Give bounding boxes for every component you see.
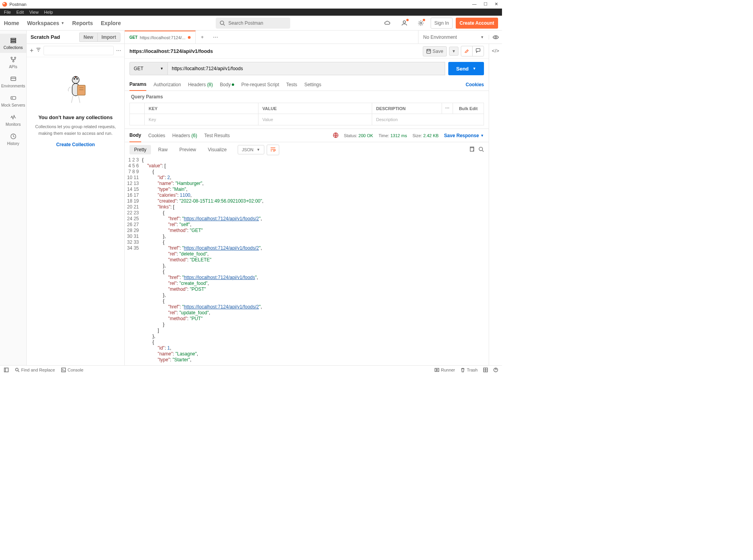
nav-workspaces[interactable]: Workspaces▼ (23, 20, 68, 26)
create-account-button[interactable]: Create Account (456, 18, 498, 29)
svg-point-35 (16, 368, 18, 371)
table-options-icon[interactable]: ⋯ (442, 103, 453, 114)
param-desc-input[interactable]: Description (372, 114, 484, 125)
svg-rect-12 (11, 96, 16, 99)
empty-illustration-icon (58, 73, 93, 108)
signin-button[interactable]: Sign In (431, 18, 452, 29)
search-input[interactable]: Search Postman (216, 18, 290, 29)
trash-button[interactable]: Trash (460, 368, 478, 372)
svg-rect-4 (11, 38, 16, 40)
settings-icon[interactable] (414, 18, 427, 29)
search-response-icon[interactable] (478, 147, 484, 153)
invite-icon[interactable] (398, 18, 411, 29)
cookies-link[interactable]: Cookies (466, 82, 484, 87)
more-icon[interactable]: ⋯ (116, 47, 121, 53)
console-button[interactable]: Console (61, 368, 83, 372)
method-select[interactable]: GET▼ (129, 62, 168, 75)
wrap-lines-icon[interactable] (267, 145, 279, 155)
empty-body: Collections let you group related reques… (35, 123, 116, 136)
param-value-input[interactable]: Value (258, 114, 372, 125)
right-rail: </> (489, 44, 502, 365)
cloud-icon[interactable] (381, 18, 395, 29)
svg-point-25 (495, 36, 497, 38)
response-body[interactable]: 1 2 3 4 5 6 7 8 9 10 11 12 13 14 15 16 1… (125, 157, 489, 365)
add-icon[interactable]: + (30, 47, 33, 54)
resp-tab-tests[interactable]: Test Results (204, 129, 230, 142)
send-button[interactable]: Send▼ (448, 62, 484, 75)
rail-monitors[interactable]: Monitors (0, 111, 26, 130)
find-replace-button[interactable]: Find and Replace (15, 368, 55, 372)
code-snippet-icon[interactable]: </> (492, 48, 499, 54)
menu-file[interactable]: File (2, 10, 13, 14)
url-input[interactable] (168, 62, 445, 75)
param-key-input[interactable]: Key (145, 114, 258, 125)
svg-point-7 (11, 57, 12, 59)
menu-view[interactable]: View (27, 10, 41, 14)
tab-params[interactable]: Params (129, 78, 146, 91)
comment-icon[interactable] (473, 46, 484, 56)
nav-explore[interactable]: Explore (97, 20, 125, 26)
svg-rect-33 (4, 368, 8, 372)
query-params-label: Query Params (125, 91, 489, 103)
svg-line-23 (71, 96, 73, 103)
nav-reports[interactable]: Reports (68, 20, 97, 26)
tab-settings[interactable]: Settings (304, 79, 321, 91)
tab-tests[interactable]: Tests (286, 79, 297, 91)
network-icon[interactable] (333, 132, 338, 139)
new-button[interactable]: New (79, 33, 97, 42)
resp-tab-cookies[interactable]: Cookies (148, 129, 165, 142)
tab-headers[interactable]: Headers (8) (188, 79, 213, 91)
runner-button[interactable]: Runner (435, 368, 455, 372)
svg-point-8 (14, 57, 16, 59)
environment-preview-icon[interactable] (489, 35, 502, 40)
save-response-button[interactable]: Save Response ▼ (444, 133, 484, 138)
svg-rect-27 (427, 49, 430, 51)
view-pretty[interactable]: Pretty (129, 145, 151, 154)
bulk-edit-button[interactable]: Bulk Edit (453, 103, 484, 114)
filter-icon[interactable] (36, 47, 41, 54)
import-button[interactable]: Import (97, 33, 120, 42)
copy-icon[interactable] (469, 147, 475, 153)
view-visualize[interactable]: Visualize (203, 145, 231, 154)
new-tab-button[interactable]: + (196, 31, 209, 43)
chevron-down-icon: ▼ (61, 21, 64, 25)
nav-home[interactable]: Home (4, 20, 23, 26)
view-preview[interactable]: Preview (175, 145, 201, 154)
environment-select[interactable]: No Environment▼ (418, 34, 489, 40)
tab-more-icon[interactable]: ⋯ (209, 31, 222, 43)
format-select[interactable]: JSON▼ (238, 145, 264, 154)
layout-icon[interactable] (483, 368, 488, 372)
svg-rect-10 (11, 77, 16, 81)
rail-history[interactable]: History (0, 130, 26, 149)
params-table: KEY VALUE DESCRIPTION ⋯ Bulk Edit Key Va… (129, 103, 484, 125)
resp-tab-body[interactable]: Body (129, 129, 141, 142)
svg-line-1 (224, 24, 225, 25)
create-collection-link[interactable]: Create Collection (56, 142, 95, 147)
edit-icon[interactable] (461, 46, 473, 56)
minimize-icon[interactable]: — (472, 2, 477, 7)
sidebar-toggle-icon[interactable] (4, 368, 9, 372)
menu-help[interactable]: Help (42, 10, 55, 14)
collection-search[interactable] (44, 46, 114, 55)
rail-apis[interactable]: APIs (0, 53, 26, 72)
svg-rect-5 (11, 40, 16, 41)
window-titlebar: Postman — ☐ ✕ (0, 0, 502, 9)
rail-collections[interactable]: Collections (0, 34, 26, 53)
tab-body[interactable]: Body (220, 79, 234, 91)
maximize-icon[interactable]: ☐ (484, 2, 487, 7)
help-icon[interactable] (493, 368, 498, 372)
close-icon[interactable]: ✕ (495, 2, 498, 7)
svg-point-9 (13, 61, 14, 62)
view-raw[interactable]: Raw (153, 145, 172, 154)
tab-authorization[interactable]: Authorization (153, 79, 181, 91)
sidebar-rail: Collections APIs Environments Mock Serve… (0, 31, 27, 365)
tab-prerequest[interactable]: Pre-request Script (241, 79, 279, 91)
save-button[interactable]: Save (423, 46, 447, 56)
request-tab[interactable]: GET https://localhost:7124/... (125, 31, 196, 43)
rail-environments[interactable]: Environments (0, 72, 26, 91)
svg-point-3 (420, 22, 422, 24)
resp-tab-headers[interactable]: Headers (6) (172, 129, 197, 142)
menu-edit[interactable]: Edit (14, 10, 26, 14)
save-dropdown[interactable]: ▼ (449, 47, 458, 56)
rail-mock-servers[interactable]: Mock Servers (0, 91, 26, 111)
